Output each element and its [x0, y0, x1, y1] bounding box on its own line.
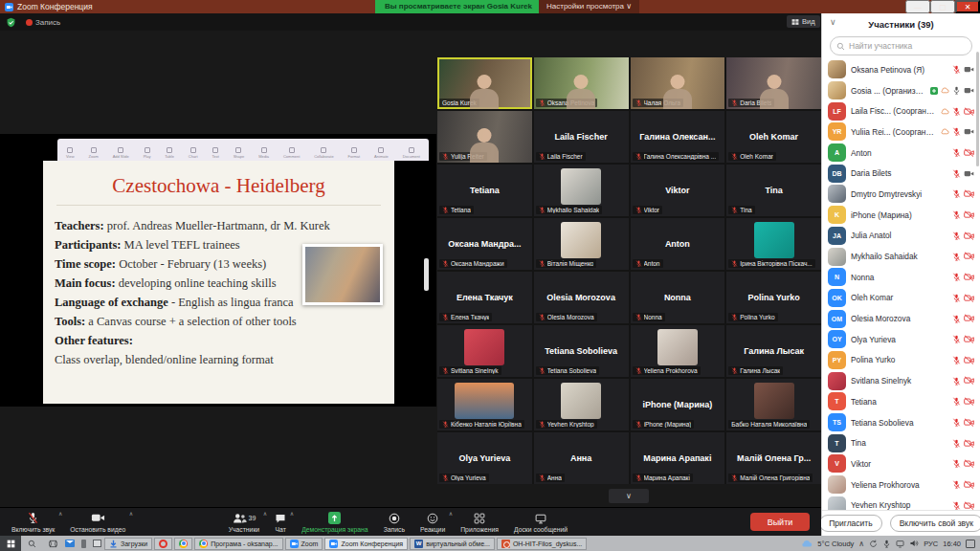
taskbar-app-zoom-конференция[interactable]: Zoom Конференция: [324, 538, 408, 550]
mail-icon[interactable]: [63, 536, 77, 551]
start-button[interactable]: [0, 536, 21, 551]
video-tile[interactable]: Віталія Міщенко: [534, 218, 629, 270]
participants-scrollbar[interactable]: [976, 52, 979, 166]
view-settings-button[interactable]: Настройки просмотра ∨: [539, 0, 639, 13]
participant-row[interactable]: AAnton: [828, 143, 974, 164]
maximize-button[interactable]: ▢: [930, 0, 955, 13]
notification-center-icon[interactable]: [966, 540, 975, 548]
participant-row[interactable]: Mykhailo Sahaidak: [828, 246, 974, 267]
participant-row[interactable]: LFLaila Fisc... (Соорганизатор): [828, 100, 974, 121]
chevron-down-icon[interactable]: ∨: [830, 17, 836, 27]
taskbar-app-виртуальный-обме-[interactable]: виртуальный обме...: [410, 538, 495, 550]
video-tile[interactable]: Марина АрапакіМарина Арапакі: [631, 432, 725, 484]
video-tile[interactable]: Oksana Petinova: [534, 57, 629, 109]
participant-row[interactable]: YRYuliia Rei... (Соорганизатор): [828, 121, 974, 143]
toolbar-video-button[interactable]: Остановить видео∧: [62, 508, 133, 537]
gallery-next-page-button[interactable]: ∨: [609, 489, 649, 503]
video-tile[interactable]: Елена ТкачукЕлена Ткачук: [437, 272, 532, 323]
video-tile[interactable]: Yeliena Prokhorova: [631, 325, 725, 377]
language-indicator[interactable]: РУС: [924, 540, 938, 548]
participant-row[interactable]: JAJulia Anatol: [828, 226, 974, 247]
tile-name-label: Viktor: [633, 206, 663, 214]
video-tile[interactable]: Галина ЛысакГалина Лысак: [726, 325, 821, 377]
video-tile[interactable]: Olya YurievaOlya Yurieva: [437, 432, 532, 484]
toolbar-board-button[interactable]: Доски сообщений: [506, 508, 575, 537]
participant-row[interactable]: VViktor: [828, 453, 974, 474]
unmute-self-button[interactable]: Включить свой звук: [890, 515, 980, 532]
participant-row[interactable]: PYPolina Yurko: [828, 350, 974, 371]
participant-row[interactable]: Yevhen Kryshtop: [828, 495, 974, 510]
participant-row[interactable]: Dmytro Dmytrevskyi: [828, 184, 974, 205]
search-input[interactable]: [849, 41, 966, 51]
video-tile[interactable]: Оксана Мандра...Оксана Мандражи: [437, 218, 532, 270]
video-tile[interactable]: TetianaTetiana: [437, 165, 532, 216]
video-tile[interactable]: NonnaNonna: [631, 272, 725, 323]
toolbar-mic-button[interactable]: Включить звук∧: [4, 508, 62, 537]
taskbar-app-chrome[interactable]: [174, 538, 192, 550]
participant-row[interactable]: Oksana Petinova (Я): [828, 59, 974, 80]
video-tile[interactable]: АннаАнна: [534, 432, 629, 484]
taskbar-app-opera[interactable]: [154, 538, 172, 550]
tray-chevron-up-icon[interactable]: ∧: [858, 540, 864, 548]
participant-status-icons: [952, 356, 974, 364]
taskbar-app-загрузки[interactable]: Загрузки: [104, 538, 152, 550]
participant-row[interactable]: Gosia ... (Организатор): [828, 80, 974, 101]
video-tile[interactable]: AntonAnton: [631, 218, 725, 270]
video-tile[interactable]: Laila FischerLaila Fischer: [534, 111, 629, 163]
usb-icon[interactable]: [77, 536, 90, 551]
taskbar-app-програма-oksanap-[interactable]: Програма - oksanap...: [194, 538, 282, 550]
taskbar-app-zoom[interactable]: Zoom: [285, 538, 323, 550]
leave-meeting-button[interactable]: Выйти: [750, 513, 810, 531]
tray-display-icon[interactable]: [896, 540, 904, 548]
participant-row[interactable]: KiPhone (Марина): [828, 205, 974, 226]
video-tile[interactable]: Mykhailo Sahaidak: [534, 165, 629, 216]
tray-mic-icon[interactable]: [882, 540, 891, 548]
participant-row[interactable]: OMOlesia Morozova: [828, 308, 974, 329]
presentation-tool-comment: Comment: [283, 147, 300, 159]
video-tile[interactable]: Бабко Наталя Миколаївна: [726, 379, 821, 430]
task-view-icon[interactable]: [42, 536, 63, 551]
video-tile[interactable]: TinaTina: [726, 165, 821, 216]
video-tile[interactable]: Чалая Ольга: [631, 57, 725, 109]
video-tile[interactable]: Daria Bilets: [726, 57, 821, 109]
toolbar-apps-button[interactable]: Приложения: [453, 508, 506, 537]
minimize-button[interactable]: —: [905, 0, 930, 13]
taskbar-app-oh-hit-filos-dyskus-[interactable]: OH-HIT-Filos_dyskus...: [497, 538, 587, 550]
video-tile[interactable]: Yulija Reiter: [437, 111, 532, 163]
toolbar-record-button[interactable]: Запись: [376, 508, 412, 537]
participant-row[interactable]: OYOlya Yurieva: [828, 329, 974, 350]
video-tile[interactable]: Кібенко Наталія Юріївна: [437, 379, 532, 430]
invite-button[interactable]: Пригласить: [819, 515, 882, 532]
video-tile[interactable]: Olesia MorozovaOlesia Morozova: [534, 272, 629, 323]
video-tile[interactable]: Gosia Kurek: [437, 57, 532, 109]
close-button[interactable]: ✕: [955, 0, 980, 13]
toolbar-share-button[interactable]: Демонстрация экрана: [294, 508, 375, 537]
video-tile[interactable]: Svitlana Sinelnyk: [437, 325, 532, 377]
taskbar-clock[interactable]: 16:40: [943, 540, 961, 548]
participant-row[interactable]: Svitlana Sinelnyk: [828, 370, 974, 391]
video-tile[interactable]: Галина Олексан...Галина Олександрівна ..…: [631, 111, 725, 163]
video-tile[interactable]: Малій Олена Гр...Малій Олена Григорівна: [726, 432, 821, 484]
onedrive-sync-icon[interactable]: [869, 540, 878, 548]
video-tile[interactable]: Yevhen Kryshtop: [534, 379, 629, 430]
participant-row[interactable]: OKOleh Komar: [828, 288, 974, 309]
participant-row[interactable]: NNonna: [828, 267, 974, 288]
video-tile[interactable]: iPhone (Марина)iPhone (Марина): [631, 379, 725, 430]
participant-row[interactable]: DBDaria Bilets: [828, 163, 974, 184]
participant-row[interactable]: TTina: [828, 432, 974, 453]
gallery-view-button[interactable]: Вид: [787, 15, 820, 28]
participant-row[interactable]: TTetiana: [828, 391, 974, 412]
video-tile[interactable]: ViktorViktor: [631, 165, 725, 216]
toolbar-chat-button[interactable]: Чат∧: [267, 508, 294, 537]
participant-row[interactable]: Yeliena Prokhorova: [828, 474, 974, 496]
video-tile[interactable]: Ірина Вікторівна Піскач...: [726, 218, 821, 270]
toolbar-react-button[interactable]: Реакции∧: [412, 508, 453, 537]
video-tile[interactable]: Tetiana SobolievaTetiana Sobolieva: [534, 325, 629, 377]
video-tile[interactable]: Polina YurkoPolina Yurko: [726, 272, 821, 323]
video-tile[interactable]: Oleh KomarOleh Komar: [726, 111, 821, 163]
participant-row[interactable]: TSTetiana Sobolieva: [828, 412, 974, 433]
toolbar-people-button[interactable]: 39Участники∧: [221, 508, 267, 537]
tray-volume-icon[interactable]: [909, 539, 919, 548]
photos-icon[interactable]: [90, 536, 103, 551]
taskbar-search-icon[interactable]: [21, 536, 42, 551]
